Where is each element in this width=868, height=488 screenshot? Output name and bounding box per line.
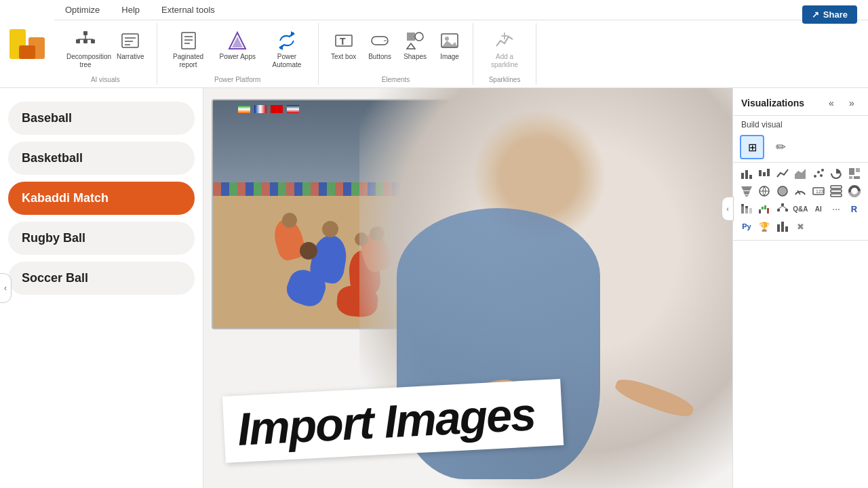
shapes-icon <box>404 30 426 52</box>
viz-panel-title: Visualizations <box>741 98 804 108</box>
viz-icon-gauge[interactable] <box>792 183 808 199</box>
viz-icon-smart[interactable]: AI <box>810 201 827 217</box>
svg-rect-3 <box>83 31 87 35</box>
svg-rect-48 <box>849 176 852 179</box>
power-automate-icon <box>276 30 298 52</box>
svg-rect-34 <box>741 173 744 179</box>
narrative-label: Narrative <box>117 53 144 61</box>
viz-icon-treemap[interactable] <box>846 165 863 182</box>
svg-rect-14 <box>182 33 195 49</box>
svg-point-30 <box>445 37 449 41</box>
sparklines-group-label: Sparklines <box>489 76 521 85</box>
svg-rect-35 <box>745 170 748 179</box>
viz-icon-scatter[interactable] <box>810 165 827 182</box>
svg-marker-19 <box>232 37 243 47</box>
viz-expand-button[interactable]: » <box>844 95 860 111</box>
decomposition-tree-button[interactable]: Decomposition tree <box>62 27 108 72</box>
power-apps-label: Power Apps <box>220 53 256 61</box>
svg-rect-6 <box>83 39 87 43</box>
viz-icon-ribbon[interactable] <box>738 201 755 217</box>
viz-icon-filled-map[interactable] <box>774 183 791 199</box>
list-item-rugby[interactable]: Rugby Ball <box>8 222 195 255</box>
paginated-report-button[interactable]: Paginated report <box>165 27 212 72</box>
list-item-basketball[interactable]: Basketball <box>8 142 195 175</box>
viz-icon-waterfall[interactable] <box>756 201 772 217</box>
viz-icon-python[interactable]: Py <box>738 218 755 235</box>
svg-rect-76 <box>785 209 788 211</box>
svg-rect-80 <box>781 222 784 232</box>
svg-rect-10 <box>122 34 138 47</box>
viz-selected-icon[interactable]: ⊞ <box>740 135 764 159</box>
right-panel-collapse-button[interactable]: ‹ <box>722 197 734 221</box>
ribbon-groups: Decomposition tree Narrative AI visuals <box>54 20 868 87</box>
viz-header-controls: « » <box>823 95 860 111</box>
text-box-button[interactable]: T Text box <box>327 27 360 64</box>
viz-collapse-button[interactable]: « <box>823 95 840 111</box>
power-apps-icon <box>226 30 248 52</box>
list-item-baseball[interactable]: Baseball <box>8 102 195 135</box>
viz-icon-pie[interactable] <box>828 165 844 182</box>
list-item-soccer[interactable]: Soccer Ball <box>8 262 195 295</box>
share-label: Share <box>823 9 848 20</box>
viz-icon-donut[interactable] <box>846 183 863 199</box>
svg-rect-39 <box>767 169 770 176</box>
main-area: Baseball Basketball Kabaddi Match Rugby … <box>0 88 868 488</box>
buttons-label: Buttons <box>368 53 391 61</box>
shapes-button[interactable]: Shapes <box>399 27 431 64</box>
image-button[interactable]: Image <box>435 27 465 64</box>
ribbon-tabs: Optimize Help External tools <box>54 0 868 20</box>
svg-marker-52 <box>745 195 749 197</box>
viz-icon-trophy[interactable]: 🏆 <box>756 218 772 235</box>
svg-rect-2 <box>19 45 35 59</box>
viz-icon-decomp[interactable] <box>774 201 791 217</box>
viz-edit-icon[interactable]: ✏ <box>770 136 791 158</box>
flag-2 <box>271 105 283 113</box>
viz-icon-more[interactable]: ··· <box>828 201 844 217</box>
group-sparklines: Add a sparkline Sparklines <box>473 23 536 85</box>
image-label: Image <box>440 53 459 61</box>
svg-rect-62 <box>831 194 842 197</box>
viz-icon-x[interactable]: ✖ <box>792 218 808 235</box>
tab-external-tools[interactable]: External tools <box>157 3 219 16</box>
tab-optimize[interactable]: Optimize <box>61 3 104 16</box>
elements-items: T Text box Buttons Shapes <box>327 23 465 76</box>
viz-icon-r[interactable]: R <box>846 201 863 217</box>
svg-rect-49 <box>854 176 860 179</box>
text-box-label: Text box <box>331 53 356 61</box>
svg-marker-21 <box>279 45 283 50</box>
tab-help[interactable]: Help <box>117 3 144 16</box>
power-automate-button[interactable]: Power Automate <box>264 27 310 72</box>
svg-rect-79 <box>777 224 780 232</box>
ai-visuals-group-label: AI visuals <box>91 76 120 85</box>
viz-icon-qanda[interactable]: Q&A <box>792 201 808 217</box>
narrative-button[interactable]: Narrative <box>113 27 149 64</box>
list-item-kabaddi[interactable]: Kabaddi Match <box>8 182 195 215</box>
svg-rect-71 <box>762 207 764 209</box>
viz-icon-funnel[interactable] <box>738 183 755 199</box>
add-sparkline-button[interactable]: Add a sparkline <box>481 27 528 72</box>
svg-rect-60 <box>831 186 842 188</box>
viz-icon-map[interactable] <box>756 183 772 199</box>
buttons-button[interactable]: Buttons <box>364 27 395 64</box>
shapes-label: Shapes <box>403 53 427 61</box>
power-apps-button[interactable]: Power Apps <box>216 27 260 64</box>
viz-icon-multirow[interactable] <box>828 183 844 199</box>
viz-icon-bar[interactable] <box>738 165 755 182</box>
svg-rect-81 <box>785 226 788 232</box>
decomposition-tree-icon <box>75 30 96 52</box>
left-panel-collapse-button[interactable]: ‹ <box>0 273 12 303</box>
viz-icon-area[interactable] <box>792 165 808 182</box>
viz-icon-card[interactable]: 123 <box>810 183 827 199</box>
svg-marker-28 <box>407 43 415 49</box>
svg-rect-73 <box>767 208 769 214</box>
svg-marker-40 <box>795 169 806 179</box>
viz-header: Visualizations « » <box>733 88 868 116</box>
viz-icon-custom-bar[interactable] <box>774 218 791 235</box>
svg-point-44 <box>820 174 823 177</box>
svg-rect-46 <box>849 168 854 175</box>
add-sparkline-icon <box>494 30 515 52</box>
viz-icon-column[interactable] <box>756 165 772 182</box>
viz-icon-line[interactable] <box>774 165 791 182</box>
share-button[interactable]: ↗ Share <box>802 5 857 24</box>
svg-marker-31 <box>441 41 458 47</box>
